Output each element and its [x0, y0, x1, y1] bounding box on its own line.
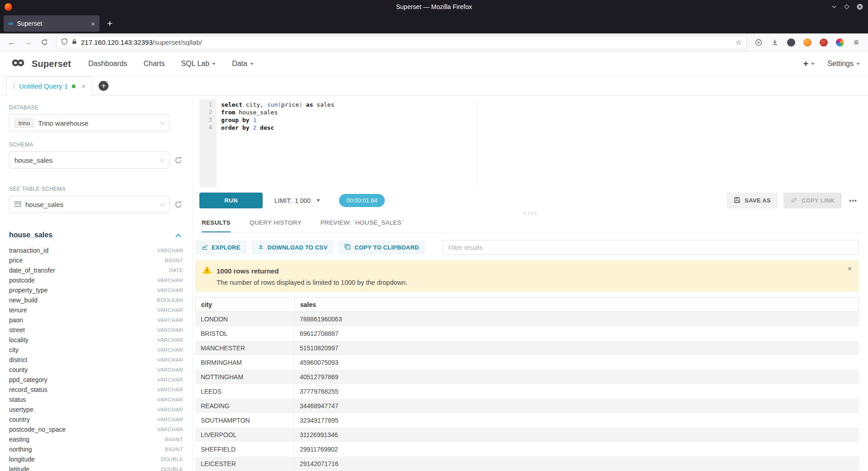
tab-preview-table[interactable]: PREVIEW: `HOUSE_SALES` [321, 219, 404, 232]
bookmark-star-icon[interactable]: ☆ [736, 38, 742, 47]
new-browser-tab-button[interactable]: + [103, 17, 117, 30]
chevron-down-icon [160, 119, 165, 124]
table-column-row: latitude DOUBLE [9, 464, 183, 471]
cell-sales: 69612708887 [294, 326, 859, 341]
table-column-row: tenure VARCHAR [9, 305, 183, 315]
nav-item-dashboards[interactable]: Dashboards [88, 60, 127, 68]
more-options-button[interactable]: ••• [847, 197, 859, 204]
limit-value: 1 000 [295, 197, 311, 204]
limit-label: LIMIT: [274, 197, 292, 204]
sql-token: select [221, 101, 242, 108]
database-select[interactable]: trino Trino warehouse [9, 114, 170, 132]
copy-to-clipboard-button[interactable]: COPY TO CLIPBOARD [338, 240, 425, 254]
table-column-row: country VARCHAR [9, 414, 183, 424]
browser-tab[interactable]: ∞ Superset × [4, 15, 99, 32]
link-icon [791, 197, 797, 205]
database-select-value: Trino warehouse [38, 119, 88, 127]
table-column-row: property_type VARCHAR [9, 285, 183, 295]
extension-icon-2[interactable] [800, 36, 815, 49]
chevron-down-icon [160, 201, 165, 206]
column-header-sales[interactable]: sales [294, 297, 859, 311]
results-table-body: LONDON 788861960063 BRISTOL 69612708887 … [195, 312, 859, 471]
drag-handle-icon[interactable] [13, 82, 15, 91]
explore-button[interactable]: EXPLORE [195, 240, 247, 254]
editor-code[interactable]: select city, sum(price) as salesfrom hou… [217, 99, 859, 187]
sql-editor[interactable]: 1234 select city, sum(price) as salesfro… [199, 99, 859, 187]
line-number: 2 [199, 108, 217, 116]
superset-navbar: Superset Dashboards Charts SQL Lab Data … [0, 52, 868, 76]
forward-button[interactable]: → [21, 36, 35, 49]
column-type: VARCHAR [157, 327, 183, 333]
add-query-tab-button[interactable]: + [99, 81, 108, 91]
copy-icon [344, 244, 351, 251]
tab-results[interactable]: RESULTS [202, 219, 231, 232]
download-csv-button[interactable]: DOWNLOAD TO CSV [251, 240, 334, 254]
filter-results-input[interactable] [443, 240, 859, 255]
brand-name: Superset [32, 59, 71, 69]
tab-query-history[interactable]: QUERY HISTORY [250, 219, 302, 232]
hamburger-menu-icon[interactable]: ≡ [849, 36, 863, 49]
nav-item-sql-lab[interactable]: SQL Lab [181, 60, 216, 68]
refresh-schemas-button[interactable] [173, 156, 183, 164]
collapse-table-icon[interactable] [175, 234, 181, 240]
line-number: 3 [199, 116, 217, 124]
reload-button[interactable] [37, 36, 52, 49]
table-row: NOTTINGHAM 40512797869 [195, 370, 859, 384]
superset-logo-icon [8, 57, 28, 71]
panel-resize-handle[interactable] [193, 211, 868, 216]
column-type: VARCHAR [157, 307, 183, 313]
table-column-row: record_status VARCHAR [9, 385, 183, 395]
nav-item-data[interactable]: Data [232, 60, 254, 68]
browser-tab-close-icon[interactable]: × [91, 20, 95, 28]
superset-brand[interactable]: Superset [8, 57, 71, 71]
new-item-button[interactable]: + [803, 59, 815, 69]
table-row: MANCHESTER 51510820997 [195, 341, 859, 355]
browser-tab-title: Superset [17, 20, 42, 27]
table-column-row: longitude DOUBLE [9, 454, 183, 464]
run-query-button[interactable]: RUN [199, 193, 263, 208]
cell-city: LONDON [195, 316, 294, 323]
chevron-down-icon [316, 199, 320, 202]
column-type: VARCHAR [157, 278, 183, 283]
table-row: LEICESTER 29142071716 [195, 457, 859, 471]
save-as-button[interactable]: SAVE AS [726, 193, 778, 208]
limit-dropdown[interactable]: LIMIT: 1 000 [274, 197, 320, 204]
column-type: BIGINT [165, 437, 183, 442]
extension-icon-1[interactable] [784, 36, 798, 49]
window-maximize-button[interactable] [844, 4, 850, 10]
column-header-city[interactable]: city [196, 301, 294, 308]
firefox-icon[interactable] [5, 3, 12, 11]
alert-close-icon[interactable]: × [848, 265, 852, 273]
refresh-tables-button[interactable] [173, 201, 183, 208]
settings-menu[interactable]: Settings [827, 60, 860, 68]
extension-icon-3[interactable] [816, 36, 831, 49]
pocket-icon[interactable] [751, 36, 766, 49]
column-name: easting [9, 436, 29, 443]
copy-link-button[interactable]: COPY LINK [783, 193, 842, 208]
sql-token: order by [221, 124, 250, 131]
window-minimize-button[interactable] [831, 4, 837, 10]
query-tab-active[interactable]: Untitled Query 1 × [6, 77, 92, 95]
results-table-header[interactable]: city sales [195, 297, 859, 312]
table-column-row: district VARCHAR [9, 355, 183, 365]
table-column-row: transaction_id VARCHAR [9, 245, 183, 255]
table-row: SOUTHAMPTON 32349177895 [195, 413, 859, 428]
downloads-icon[interactable] [768, 36, 782, 49]
lock-icon[interactable] [71, 38, 77, 47]
sql-token: from [221, 109, 235, 116]
query-tab-close-icon[interactable]: × [81, 82, 85, 90]
table-column-row: new_build BOOLEAN [9, 295, 183, 305]
column-name: price [9, 257, 23, 264]
url-bar[interactable]: 217.160.120.143:32393/superset/sqllab/ ☆ [56, 36, 747, 49]
window-close-button[interactable] [856, 3, 863, 10]
back-button[interactable]: ← [5, 36, 19, 49]
shield-icon[interactable] [61, 38, 68, 47]
table-column-row: price BIGINT [9, 255, 183, 265]
extension-icon-4[interactable] [833, 36, 847, 49]
schema-select[interactable]: house_sales [9, 151, 170, 169]
table-select[interactable]: house_sales [9, 196, 170, 213]
table-schema-title: house_sales [9, 231, 52, 239]
cell-sales: 29142071716 [294, 457, 859, 471]
line-number: 4 [199, 124, 217, 132]
nav-item-charts[interactable]: Charts [143, 60, 165, 68]
